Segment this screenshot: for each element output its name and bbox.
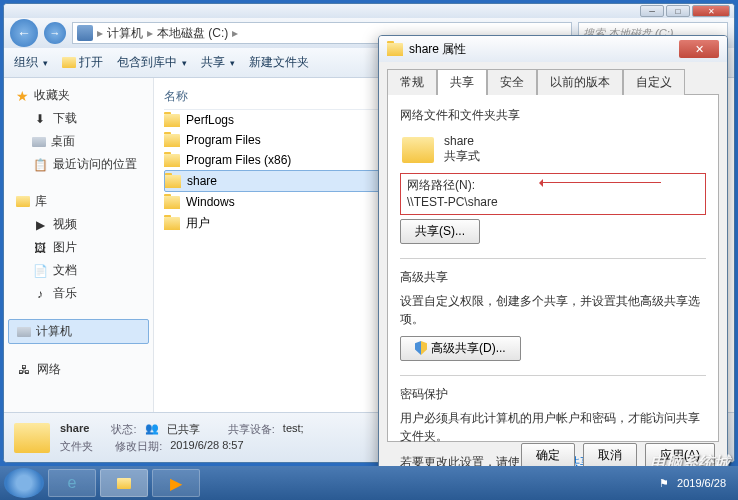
share-menu[interactable]: 共享 <box>201 54 235 71</box>
tab-previous[interactable]: 以前的版本 <box>537 69 623 95</box>
status-name: share <box>60 422 89 437</box>
folder-icon <box>164 154 180 167</box>
folder-icon <box>165 175 181 188</box>
folder-icon <box>164 134 180 147</box>
sidebar-item-music[interactable]: ♪音乐 <box>8 282 149 305</box>
recent-icon: 📋 <box>32 157 48 173</box>
tab-security[interactable]: 安全 <box>487 69 537 95</box>
computer-icon <box>17 327 31 337</box>
window-titlebar: ─ □ ✕ <box>4 4 734 18</box>
favorites-header[interactable]: ★收藏夹 <box>8 84 149 107</box>
document-icon: 📄 <box>32 263 48 279</box>
shield-icon <box>415 341 427 355</box>
section-advanced-title: 高级共享 <box>400 269 706 286</box>
folder-icon <box>164 217 180 230</box>
taskbar-media[interactable]: ▶ <box>152 469 200 497</box>
folder-icon <box>164 196 180 209</box>
picture-icon: 🖼 <box>32 240 48 256</box>
video-icon: ▶ <box>32 217 48 233</box>
folder-icon <box>117 478 131 489</box>
sidebar-item-desktop[interactable]: 桌面 <box>8 130 149 153</box>
ok-button[interactable]: 确定 <box>521 443 575 468</box>
download-icon: ⬇ <box>32 111 48 127</box>
maximize-button[interactable]: □ <box>666 5 690 17</box>
network-icon: 🖧 <box>16 362 32 378</box>
tab-custom[interactable]: 自定义 <box>623 69 685 95</box>
sidebar-item-network[interactable]: 🖧网络 <box>8 358 149 381</box>
section-network-share-title: 网络文件和文件夹共享 <box>400 107 706 124</box>
open-button[interactable]: 打开 <box>62 54 103 71</box>
newfolder-button[interactable]: 新建文件夹 <box>249 54 309 71</box>
dialog-tabs: 常规 共享 安全 以前的版本 自定义 <box>379 62 727 94</box>
taskbar-ie[interactable]: e <box>48 469 96 497</box>
folder-icon <box>164 114 180 127</box>
sidebar-item-recent[interactable]: 📋最近访问的位置 <box>8 153 149 176</box>
status-shared: 已共享 <box>167 422 200 437</box>
share-name: share <box>444 134 480 148</box>
sidebar-item-documents[interactable]: 📄文档 <box>8 259 149 282</box>
music-icon: ♪ <box>32 286 48 302</box>
tab-content: 网络文件和文件夹共享 share 共享式 网络路径(N): \\TEST-PC\… <box>387 94 719 442</box>
star-icon: ★ <box>16 88 29 104</box>
sidebar-item-downloads[interactable]: ⬇下载 <box>8 107 149 130</box>
tab-general[interactable]: 常规 <box>387 69 437 95</box>
path-value: \\TEST-PC\share <box>407 194 699 211</box>
sidebar: ★收藏夹 ⬇下载 桌面 📋最近访问的位置 库 ▶视频 🖼图片 📄文档 ♪音乐 计… <box>4 78 154 412</box>
organize-menu[interactable]: 组织 <box>14 54 48 71</box>
status-modified: 2019/6/28 8:57 <box>170 439 243 454</box>
share-button[interactable]: 共享(S)... <box>400 219 480 244</box>
minimize-button[interactable]: ─ <box>640 5 664 17</box>
password-note: 用户必须具有此计算机的用户帐户和密码，才能访问共享文件夹。 <box>400 409 706 445</box>
cancel-button[interactable]: 取消 <box>583 443 637 468</box>
network-path-box: 网络路径(N): \\TEST-PC\share <box>400 173 706 215</box>
folder-icon <box>62 57 76 68</box>
properties-dialog: share 属性 ✕ 常规 共享 安全 以前的版本 自定义 网络文件和文件夹共享… <box>378 35 728 477</box>
tray-time: 2019/6/28 <box>677 477 726 489</box>
section-password-title: 密码保护 <box>400 386 706 403</box>
sidebar-item-computer[interactable]: 计算机 <box>8 319 149 344</box>
sidebar-item-pictures[interactable]: 🖼图片 <box>8 236 149 259</box>
drive-icon <box>77 25 93 41</box>
folder-icon <box>402 137 434 163</box>
advanced-share-button[interactable]: 高级共享(D)... <box>400 336 521 361</box>
advanced-note: 设置自定义权限，创建多个共享，并设置其他高级共享选项。 <box>400 292 706 328</box>
desktop-icon <box>32 137 46 147</box>
library-icon <box>16 196 30 207</box>
breadcrumb-drive[interactable]: 本地磁盘 (C:) <box>157 25 228 42</box>
tab-sharing[interactable]: 共享 <box>437 69 487 95</box>
folder-icon <box>387 43 403 56</box>
nav-back-button[interactable]: ← <box>10 19 38 47</box>
nav-forward-button[interactable]: → <box>44 22 66 44</box>
include-menu[interactable]: 包含到库中 <box>117 54 187 71</box>
start-button[interactable] <box>4 468 44 498</box>
taskbar-explorer[interactable] <box>100 469 148 497</box>
path-label: 网络路径(N): <box>407 177 699 194</box>
close-button[interactable]: ✕ <box>692 5 730 17</box>
breadcrumb-computer[interactable]: 计算机 <box>107 25 143 42</box>
annotation-arrow <box>541 182 661 183</box>
libraries-header[interactable]: 库 <box>8 190 149 213</box>
folder-icon <box>14 423 50 453</box>
taskbar: e ▶ ⚑ 2019/6/28 <box>0 466 738 500</box>
tray-flag-icon[interactable]: ⚑ <box>659 477 669 490</box>
system-tray[interactable]: ⚑ 2019/6/28 <box>659 477 734 490</box>
dialog-titlebar: share 属性 ✕ <box>379 36 727 62</box>
sidebar-item-videos[interactable]: ▶视频 <box>8 213 149 236</box>
share-mode: 共享式 <box>444 148 480 165</box>
dialog-title: share 属性 <box>409 41 466 58</box>
dialog-close-button[interactable]: ✕ <box>679 40 719 58</box>
